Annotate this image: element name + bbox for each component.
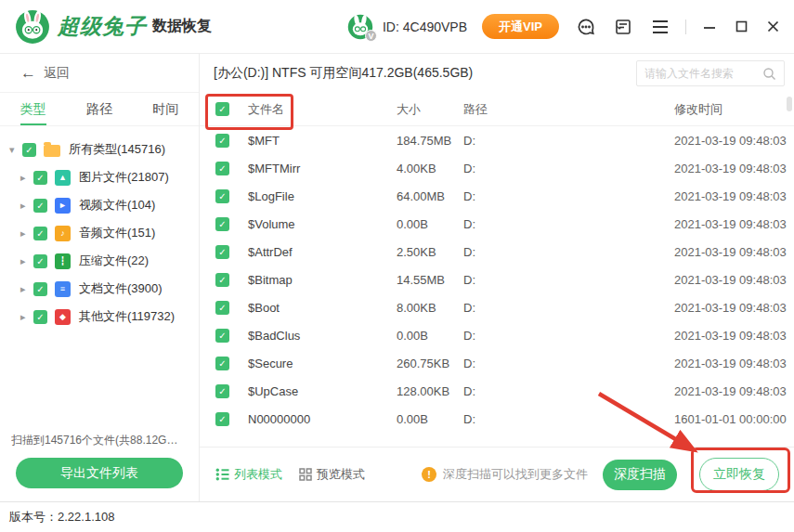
search-input[interactable] [644,67,762,80]
row-checkbox[interactable]: ✓ [215,245,229,259]
column-header-mtime[interactable]: 修改时间 [674,101,794,118]
cell-path: D: [463,357,674,370]
caret-icon[interactable]: ▸ [20,311,33,323]
sidebar-tree-item[interactable]: ▾ ✓ 所有类型(145716) [0,136,199,163]
table-row[interactable]: ✓ $LogFile 64.00MB D: 2021-03-19 09:48:0… [200,182,794,210]
column-header-name[interactable]: 文件名 [248,101,397,118]
search-box[interactable] [636,60,785,86]
row-checkbox[interactable]: ✓ [215,329,229,343]
tree-item-checkbox[interactable]: ✓ [22,143,36,157]
preview-mode-toggle[interactable]: 预览模式 [299,466,365,483]
warning-icon: ! [422,467,436,482]
menu-icon[interactable] [650,17,670,37]
open-vip-button[interactable]: 开通VIP [482,14,559,39]
table-row[interactable]: ✓ $BadClus 0.00B D: 2021-03-19 09:48:03 [200,321,794,349]
avatar[interactable]: V [347,14,373,40]
caret-icon[interactable]: ▾ [9,144,22,156]
column-header-size[interactable]: 大小 [397,101,463,118]
recover-now-button[interactable]: 立即恢复 [699,458,779,491]
row-checkbox[interactable]: ✓ [215,162,229,175]
caret-icon[interactable]: ▸ [20,172,33,184]
sidebar-tree-item[interactable]: ▸ ✓ ◆ 其他文件(119732) [0,303,199,331]
caret-icon[interactable]: ▸ [20,200,33,212]
scrollbar-thumb[interactable] [787,97,792,111]
row-checkbox[interactable]: ✓ [215,384,229,398]
table-row[interactable]: ✓ $MFT 184.75MB D: 2021-03-19 09:48:03 [200,126,794,154]
cell-name: $UpCase [248,384,397,398]
tab-path[interactable]: 路径 [66,93,132,125]
row-checkbox[interactable]: ✓ [215,217,229,231]
audio-file-icon: ♪ [55,226,71,241]
maximize-button[interactable] [733,19,749,35]
caret-icon[interactable]: ▸ [20,227,33,240]
caret-icon[interactable]: ▸ [20,283,33,295]
image-file-icon: ▲ [55,170,71,186]
cell-name: $Secure [248,357,397,370]
back-arrow-icon: ← [20,64,36,83]
tab-type[interactable]: 类型 [0,93,66,125]
cell-path: D: [463,245,674,259]
cell-mtime: 2021-03-19 09:48:03 [674,329,794,343]
column-header-path[interactable]: 路径 [463,101,674,118]
customer-service-icon[interactable] [576,17,596,37]
row-checkbox[interactable]: ✓ [215,301,229,315]
cell-size: 0.00B [397,217,463,231]
tree-item-label: 音频文件(151) [79,225,155,241]
row-checkbox[interactable]: ✓ [215,412,229,426]
select-all-checkbox[interactable]: ✓ [215,102,229,116]
sidebar-tree-item[interactable]: ▸ ✓ ♪ 音频文件(151) [0,219,199,247]
table-row[interactable]: ✓ $MFTMirr 4.00KB D: 2021-03-19 09:48:03 [200,154,794,182]
titlebar-divider [685,19,686,34]
preview-mode-icon [299,468,312,481]
tree-item-checkbox[interactable]: ✓ [33,282,47,296]
feedback-icon[interactable] [613,17,633,37]
folder-icon [44,145,60,157]
table-row[interactable]: ✓ $Volume 0.00B D: 2021-03-19 09:48:03 [200,210,794,238]
cell-path: D: [463,162,674,175]
tree-item-checkbox[interactable]: ✓ [33,171,47,185]
rabbit-logo-icon [15,9,50,45]
back-button[interactable]: ← 返回 [0,54,199,93]
deep-scan-button[interactable]: 深度扫描 [603,460,677,490]
search-icon[interactable] [762,67,776,81]
zip-file-icon: ┇ [55,253,71,269]
tree-item-label: 视频文件(104) [79,197,155,214]
tab-time[interactable]: 时间 [133,93,199,125]
cell-size: 4.00KB [397,162,463,175]
app-window: 超级兔子 数据恢复 V ID: 4C490VPB 开通VIP [0,0,794,532]
tree-item-checkbox[interactable]: ✓ [33,254,47,268]
table-row[interactable]: ✓ $UpCase 128.00KB D: 2021-03-19 09:48:0… [200,377,794,405]
cell-size: 184.75MB [397,134,463,148]
file-table: ✓ $MFT 184.75MB D: 2021-03-19 09:48:03 ✓… [200,126,794,447]
row-checkbox[interactable]: ✓ [215,357,229,370]
caret-icon[interactable]: ▸ [20,255,33,267]
table-row[interactable]: ✓ $AttrDef 2.50KB D: 2021-03-19 09:48:03 [200,238,794,266]
close-button[interactable] [764,19,781,35]
sidebar-tree-item[interactable]: ▸ ✓ ┇ 压缩文件(22) [0,247,199,275]
row-checkbox[interactable]: ✓ [215,273,229,287]
cell-name: $BadClus [248,329,397,343]
tree-item-checkbox[interactable]: ✓ [33,227,47,240]
row-checkbox[interactable]: ✓ [215,189,229,203]
export-file-list-button[interactable]: 导出文件列表 [16,458,183,488]
list-mode-toggle[interactable]: 列表模式 [215,466,282,483]
table-row[interactable]: ✓ N00000000 0.00B D: 1601-01-01 00:00:00 [200,405,794,433]
row-checkbox[interactable]: ✓ [215,134,229,148]
tree-item-checkbox[interactable]: ✓ [33,310,47,324]
cell-name: $AttrDef [248,245,397,259]
tree-item-checkbox[interactable]: ✓ [33,199,47,213]
sidebar-tree-item[interactable]: ▸ ✓ ▲ 图片文件(21807) [0,163,199,191]
table-row[interactable]: ✓ $Secure 260.75KB D: 2021-03-19 09:48:0… [200,349,794,377]
sidebar-tree-item[interactable]: ▸ ✓ ≡ 文档文件(3900) [0,275,199,303]
deep-scan-hint: ! 深度扫描可以找到更多文件 [422,466,588,483]
minimize-button[interactable] [701,19,718,35]
tree-item-label: 压缩文件(22) [79,253,149,269]
cell-path: D: [463,189,674,203]
brand-name: 超级兔子 [58,12,147,41]
sidebar-tree-item[interactable]: ▸ ✓ ► 视频文件(104) [0,191,199,219]
sidebar-tabs: 类型 路径 时间 [0,93,199,126]
table-row[interactable]: ✓ $Bitmap 14.55MB D: 2021-03-19 09:48:03 [200,266,794,293]
cell-path: D: [463,384,674,398]
cell-size: 128.00KB [397,384,463,398]
table-row[interactable]: ✓ $Boot 8.00KB D: 2021-03-19 09:48:03 [200,293,794,321]
